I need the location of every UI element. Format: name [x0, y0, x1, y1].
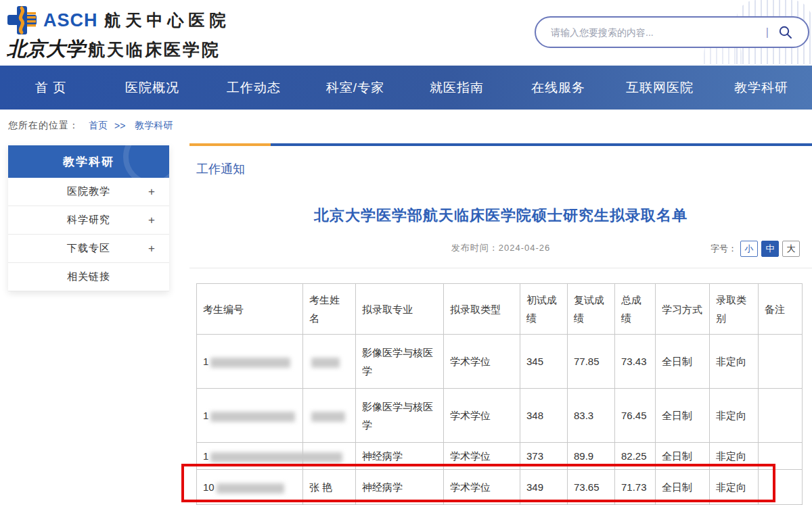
sidebar-item-label: 医院教学 [67, 185, 110, 198]
cell-study-mode: 全日制 [656, 335, 710, 389]
search-button[interactable] [778, 18, 808, 47]
col-header-retest-score: 复试成绩 [568, 284, 615, 335]
col-header-name: 考生姓名 [303, 284, 356, 335]
main-content: 工作通知 北京大学医学部航天临床医学院硕士研究生拟录取名单 发布时间：2024-… [189, 143, 812, 505]
logo-asch-text: ASCH [43, 10, 98, 31]
nav-item-online-services[interactable]: 在线服务 [508, 66, 609, 110]
font-size-large-button[interactable]: 大 [782, 241, 800, 257]
sidebar-item-hospital-teaching[interactable]: 医院教学 + [8, 178, 169, 206]
cell-remark [759, 335, 803, 389]
breadcrumb: 您所在的位置： 首页 >> 教学科研 [0, 110, 812, 142]
nav-item-medical-guide[interactable]: 就医指南 [406, 66, 508, 110]
col-header-initial-score: 初试成绩 [520, 284, 568, 335]
site-header: ASCH 航天中心医院 北京大学 航天临床医学院 | [0, 0, 812, 66]
divider-orange-segment [189, 143, 271, 146]
cell-type: 学术学位 [444, 470, 520, 505]
table-row: 1 影像医学与核医学 学术学位 348 83.3 76.45 全日制 非定向 [197, 389, 803, 443]
col-header-category: 录取类别 [710, 284, 759, 335]
sidebar-item-label: 科学研究 [67, 214, 110, 226]
cell-category: 非定向 [710, 389, 759, 443]
redacted-blur [311, 412, 345, 422]
search-box: | [535, 16, 809, 48]
search-icon [778, 25, 793, 40]
redacted-blur [217, 483, 284, 494]
article-title: 北京大学医学部航天临床医学院硕士研究生拟录取名单 [189, 206, 812, 226]
font-size-small-button[interactable]: 小 [740, 241, 758, 257]
nav-item-work-news[interactable]: 工作动态 [203, 66, 304, 110]
redacted-blur [210, 358, 290, 368]
cell-major: 神经病学 [356, 470, 444, 505]
col-header-major: 拟录取专业 [356, 284, 444, 335]
font-size-widget: 字号： 小 中 大 [710, 241, 800, 257]
sidebar-item-download-zone[interactable]: 下载专区 + [8, 235, 169, 263]
cell-study-mode: 全日制 [656, 389, 710, 443]
col-header-total-score: 总成绩 [615, 284, 656, 335]
sidebar-menu: 教学科研 医院教学 + 科学研究 + 下载专区 + 相关链接 [8, 145, 169, 291]
breadcrumb-label: 您所在的位置： [8, 120, 79, 132]
breadcrumb-current-link[interactable]: 教学科研 [135, 120, 173, 132]
font-size-medium-button[interactable]: 中 [761, 241, 779, 257]
expand-plus-icon[interactable]: + [148, 214, 156, 227]
col-header-study-mode: 学习方式 [656, 284, 710, 335]
university-script-text: 北京大学 [7, 36, 85, 63]
cell-name: 张 艳 [303, 470, 356, 505]
sidebar-item-scientific-research[interactable]: 科学研究 + [8, 206, 169, 235]
nav-item-home[interactable]: 首 页 [0, 66, 102, 110]
nav-item-departments-experts[interactable]: 科室/专家 [304, 66, 406, 110]
cell-study-mode: 全日制 [656, 470, 710, 505]
cell-category: 非定向 [710, 335, 759, 389]
search-input[interactable] [536, 27, 763, 38]
col-header-type: 拟录取类型 [444, 284, 520, 335]
breadcrumb-home-link[interactable]: 首页 [89, 120, 108, 132]
redacted-blur [210, 412, 295, 422]
nav-item-teaching-research[interactable]: 教学科研 [710, 66, 812, 110]
cell-study-mode: 全日制 [656, 443, 710, 470]
col-header-remark: 备注 [759, 284, 803, 335]
cell-retest-score: 77.85 [568, 335, 615, 389]
cell-initial-score: 349 [520, 470, 568, 505]
sidebar-item-label: 下载专区 [67, 242, 110, 255]
col-header-exam-id: 考生编号 [197, 284, 303, 335]
hospital-cross-icon [7, 5, 38, 35]
logo-top-row: ASCH 航天中心医院 [7, 5, 231, 35]
nav-item-hospital-overview[interactable]: 医院概况 [102, 66, 203, 110]
sidebar-header-teaching-research[interactable]: 教学科研 [8, 145, 169, 178]
sidebar-item-label: 相关链接 [67, 270, 110, 283]
font-size-label: 字号： [710, 243, 737, 255]
main-nav: 首 页 医院概况 工作动态 科室/专家 就医指南 在线服务 互联网医院 教学科研 [0, 66, 812, 110]
breadcrumb-separator: >> [114, 120, 125, 131]
cell-type: 学术学位 [444, 443, 520, 470]
table-row-highlighted: 10 张 艳 神经病学 学术学位 349 73.65 71.73 全日制 非定向 [197, 470, 803, 505]
cell-category: 非定向 [710, 470, 759, 505]
cell-initial-score: 348 [520, 389, 568, 443]
search-divider: | [766, 26, 769, 39]
article-meta-row: 发布时间：2024-04-26 字号： 小 中 大 [189, 242, 812, 260]
site-logo[interactable]: ASCH 航天中心医院 北京大学 航天临床医学院 [7, 5, 231, 62]
cell-remark [759, 443, 803, 470]
admission-list-table: 考生编号 考生姓名 拟录取专业 拟录取类型 初试成绩 复试成绩 总成绩 学习方式… [196, 283, 803, 505]
cell-type: 学术学位 [444, 389, 520, 443]
cell-remark [759, 389, 803, 443]
divider-blue-segment [271, 143, 812, 146]
cell-retest-score: 73.65 [568, 470, 615, 505]
cell-exam-id: 10 [197, 470, 303, 505]
content-top-divider [189, 143, 812, 146]
nav-item-internet-hospital[interactable]: 互联网医院 [609, 66, 710, 110]
cell-exam-id: 1 [197, 335, 303, 389]
table-header-row: 考生编号 考生姓名 拟录取专业 拟录取类型 初试成绩 复试成绩 总成绩 学习方式… [197, 284, 803, 335]
redacted-blur [210, 452, 342, 462]
table-row: 1 影像医学与核医学 学术学位 345 77.85 73.43 全日制 非定向 [197, 335, 803, 389]
cell-category: 非定向 [710, 443, 759, 470]
page: ASCH 航天中心医院 北京大学 航天临床医学院 | 首 页 医院概况 工作动态… [0, 0, 812, 505]
expand-plus-icon[interactable]: + [148, 242, 156, 256]
cell-retest-score: 83.3 [568, 389, 615, 443]
cell-total-score: 71.73 [615, 470, 656, 505]
cell-exam-id: 1 [197, 389, 303, 443]
logo-bottom-row: 北京大学 航天临床医学院 [7, 37, 231, 62]
tab-work-notice[interactable]: 工作通知 [196, 161, 245, 177]
cell-exam-id: 1 [197, 443, 303, 470]
expand-plus-icon[interactable]: + [148, 185, 156, 199]
sidebar-item-related-links[interactable]: 相关链接 [8, 263, 169, 291]
cell-name [303, 335, 356, 389]
cell-total-score: 76.45 [615, 389, 656, 443]
